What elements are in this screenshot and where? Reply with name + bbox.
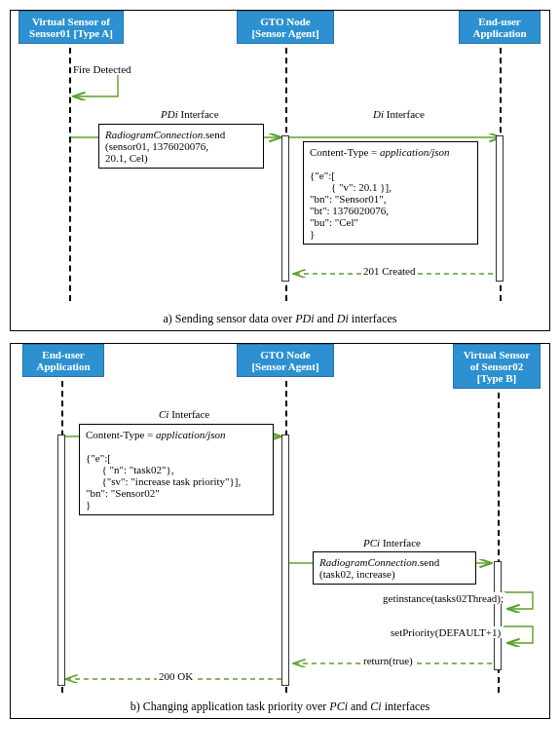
getinstance-label: getinstance(tasks02Thread); [381,592,505,604]
activation-gto-a [281,135,289,282]
actor-enduser-a: End-user Application [459,11,541,44]
actor-vs-b-l1: Virtual Sensor [464,349,530,360]
actor-gto-b-l1: GTO Node [260,349,310,360]
ci-j2: { "n": "task02"}, [86,464,174,475]
actor-virtual-sensor-b: Virtual Sensor of Sensor02 [Type B] [453,344,541,389]
pci-interface-label: PCi InterfacePCi Interface [361,537,423,548]
actor-virtual-sensor-a: Virtual Sensor of Sensor01 [Type A] [19,11,124,44]
di-j3: "bn": "Sensor01", [310,193,386,205]
pdi-interface-label: PDi PDi InterfaceInterface [159,108,221,120]
lifeline-vs-a [69,48,71,301]
ci-j5: } [86,499,91,510]
di-j1: {"e":[ [310,170,335,181]
fire-detected-label: Fire Detected [71,63,133,75]
ok200-label: 200 OK [157,670,195,682]
ci-j3: {"sv": "increase task priority"}], [86,475,241,487]
pdi-l1p1: RadiogramConnection [105,129,203,140]
pdi-l2: (sensor01, 1376020076, [105,140,208,152]
actor-eu-l1: End-user [478,16,520,27]
actor-gto-a: GTO Node [Sensor Agent] [237,11,334,44]
actor-eu-l2: Application [472,27,526,39]
return-true-label: return(true) [361,655,415,666]
ci-ct1: Content-Type = [86,429,156,440]
actor-gto-l1: GTO Node [260,16,310,27]
ci-j4: "bn": "Sensor02" [86,487,160,499]
di-j4: "bt": 1376020076, [310,205,389,216]
di-ct1: Content-Type = [310,146,380,158]
activation-eu-b [57,435,65,686]
panel-a: Virtual Sensor of Sensor01 [Type A] GTO … [10,10,550,331]
ci-j1: {"e":[ [86,452,111,464]
actor-eu-b-l2: Application [36,360,90,372]
actor-gto-b: GTO Node [Sensor Agent] [237,344,334,377]
actor-vs-b-l3: [Type B] [477,372,516,384]
ci-ct2: application/json [156,429,226,440]
pdi-message-box: RadiogramConnection.send (sensor01, 1376… [98,124,264,169]
actor-vs-l2: Sensor01 [Type A] [29,27,113,39]
di-j2: { "v": 20.1 }], [310,181,392,193]
activation-vs-b [494,561,502,670]
caption-b: b) Changing application task priority ov… [11,699,549,714]
actor-gto-l2: [Sensor Agent] [251,27,318,39]
pci-l1p2: .send [417,556,439,568]
actor-gto-b-l2: [Sensor Agent] [251,360,318,372]
di-message-box: Content-Type = application/json {"e":[ {… [303,141,478,245]
actor-vs-l1: Virtual Sensor of [32,16,110,27]
activation-gto-b [281,435,289,686]
created-label: 201 Created [361,265,417,277]
ci-message-box: Content-Type = application/json {"e":[ {… [79,424,274,515]
caption-a: a) Sending sensor data over PDi and Di i… [11,312,549,326]
di-j6: } [310,228,315,240]
di-ct2: application/json [380,146,450,158]
di-j5: "bu": "Cel" [310,216,358,228]
pci-message-box: RadiogramConnection.send (task02, increa… [313,551,476,585]
pdi-l1p2: .send [203,129,225,140]
pdi-l3: 20.1, Cel) [105,152,148,164]
panel-b: End-user Application GTO Node [Sensor Ag… [10,343,550,719]
actor-enduser-b: End-user Application [22,344,104,377]
di-interface-label: Di InterfaceDi Interface [371,108,427,120]
actor-eu-b-l1: End-user [42,349,84,360]
activation-eu-a [496,135,504,282]
ci-interface-label: Ci InterfaceCi Interface [157,408,211,420]
setpriority-label: setPriority(DEFAULT+1) [389,626,503,638]
pci-l2: (task02, increase) [319,568,395,580]
actor-vs-b-l2: of Sensor02 [470,360,524,372]
pci-l1p1: RadiogramConnection [319,556,417,568]
